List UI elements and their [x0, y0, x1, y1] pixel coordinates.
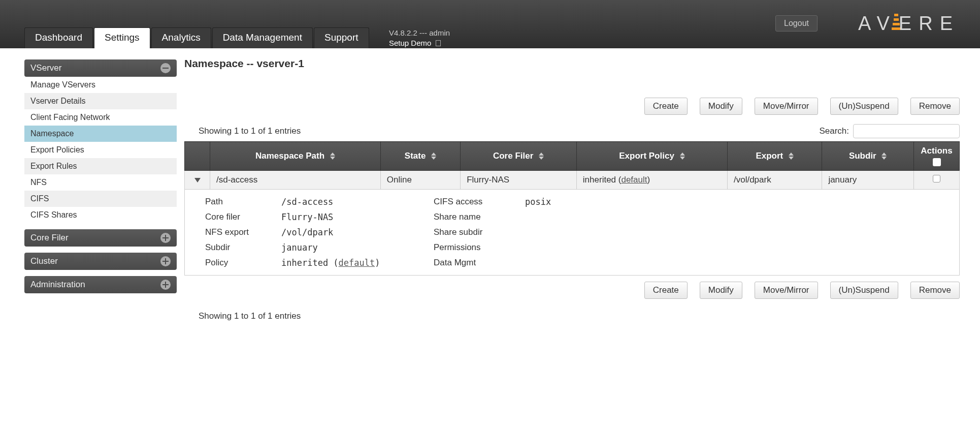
move-mirror-button[interactable]: Move/Mirror: [755, 98, 818, 115]
move-mirror-button[interactable]: Move/Mirror: [755, 282, 818, 299]
col-export[interactable]: Export: [727, 142, 822, 171]
entries-count-top: Showing 1 to 1 of 1 entries: [199, 126, 301, 136]
cell-subdir: january: [822, 171, 914, 190]
export-policy-link[interactable]: default: [621, 175, 647, 185]
col-state[interactable]: State: [380, 142, 460, 171]
detail-label: Policy: [205, 258, 281, 268]
remove-button[interactable]: Remove: [910, 282, 960, 299]
action-bar-top: Create Modify Move/Mirror (Un)Suspend Re…: [184, 98, 960, 115]
plus-icon: [160, 280, 171, 290]
detail-value-nfs-export: /vol/dpark: [281, 227, 434, 237]
cluster-name[interactable]: Setup Demo: [389, 39, 431, 47]
sidebar-item-vserver-details[interactable]: Vserver Details: [24, 93, 177, 109]
sidebar-item-export-policies[interactable]: Export Policies: [24, 142, 177, 158]
sidebar-group-vserver[interactable]: VServer: [24, 59, 177, 77]
version-info: V4.8.2.2 --- admin Setup Demo: [389, 28, 450, 48]
brand-logo: AVERE: [858, 13, 960, 35]
settings-sidebar: VServer Manage VServers Vserver Details …: [24, 59, 177, 321]
plus-icon: [160, 233, 171, 243]
suspend-button[interactable]: (Un)Suspend: [830, 282, 898, 299]
page-title: Namespace -- vserver-1: [184, 57, 960, 70]
detail-label: Core filer: [205, 212, 281, 222]
detail-value-share-name: [525, 212, 627, 222]
sidebar-item-namespace[interactable]: Namespace: [24, 126, 177, 142]
policy-link[interactable]: default: [339, 258, 375, 268]
detail-label: NFS export: [205, 227, 281, 237]
col-actions[interactable]: Actions: [914, 142, 960, 171]
document-icon[interactable]: [436, 40, 441, 46]
sidebar-item-export-rules[interactable]: Export Rules: [24, 158, 177, 174]
tab-support[interactable]: Support: [314, 27, 369, 48]
sort-icon: [789, 152, 794, 160]
cell-core-filer: Flurry-NAS: [461, 171, 577, 190]
sort-icon: [680, 152, 685, 160]
logout-button[interactable]: Logout: [775, 15, 818, 32]
col-subdir[interactable]: Subdir: [822, 142, 914, 171]
tab-analytics[interactable]: Analytics: [151, 27, 211, 48]
cell-state: Online: [380, 171, 460, 190]
detail-label: Path: [205, 197, 281, 207]
detail-value-policy: inherited (default): [281, 258, 434, 268]
sidebar-group-label: Core Filer: [30, 233, 69, 243]
minus-icon: [160, 63, 171, 73]
main-panel: Namespace -- vserver-1 Create Modify Mov…: [184, 48, 960, 321]
entries-count-bottom: Showing 1 to 1 of 1 entries: [199, 311, 960, 321]
sidebar-group-core-filer[interactable]: Core Filer: [24, 229, 177, 247]
detail-label: CIFS access: [434, 197, 525, 207]
version-text: V4.8.2.2 --- admin: [389, 28, 450, 38]
search-label: Search:: [819, 126, 849, 136]
create-button[interactable]: Create: [644, 282, 688, 299]
action-bar-bottom: Create Modify Move/Mirror (Un)Suspend Re…: [184, 282, 960, 299]
cell-export: /vol/dpark: [727, 171, 822, 190]
detail-label: Subdir: [205, 242, 281, 253]
detail-value-permissions: [525, 242, 627, 253]
plus-icon: [160, 256, 171, 266]
col-core-filer[interactable]: Core Filer: [461, 142, 577, 171]
sidebar-group-cluster[interactable]: Cluster: [24, 253, 177, 270]
table-detail-row: Path /sd-access CIFS access posix Core f…: [185, 190, 960, 276]
sidebar-group-label: Administration: [30, 280, 85, 290]
cell-path: /sd-access: [210, 171, 381, 190]
detail-value-data-mgmt: [525, 258, 627, 268]
col-export-policy[interactable]: Export Policy: [576, 142, 727, 171]
suspend-button[interactable]: (Un)Suspend: [830, 98, 898, 115]
main-nav-tabs: Dashboard Settings Analytics Data Manage…: [24, 27, 370, 48]
remove-button[interactable]: Remove: [910, 98, 960, 115]
row-checkbox[interactable]: [933, 175, 940, 182]
sidebar-item-cifs-shares[interactable]: CIFS Shares: [24, 207, 177, 223]
detail-label: Share subdir: [434, 227, 525, 237]
sort-icon: [881, 152, 887, 160]
detail-label: Data Mgmt: [434, 258, 525, 268]
tab-dashboard[interactable]: Dashboard: [24, 27, 93, 48]
col-namespace-path[interactable]: Namespace Path: [210, 142, 381, 171]
detail-value-subdir: january: [281, 242, 434, 253]
sort-icon: [539, 152, 544, 160]
sort-icon: [330, 152, 335, 160]
select-all-checkbox[interactable]: [933, 158, 941, 166]
detail-value-cifs-access: posix: [525, 197, 627, 207]
tab-settings[interactable]: Settings: [94, 27, 150, 48]
detail-label: Share name: [434, 212, 525, 222]
create-button[interactable]: Create: [644, 98, 688, 115]
sidebar-item-nfs[interactable]: NFS: [24, 174, 177, 191]
search-input[interactable]: [853, 124, 960, 138]
expand-triangle-icon[interactable]: [194, 178, 201, 182]
modify-button[interactable]: Modify: [700, 98, 742, 115]
detail-value-core-filer: Flurry-NAS: [281, 212, 434, 222]
sidebar-item-cifs[interactable]: CIFS: [24, 191, 177, 207]
sort-icon: [431, 152, 436, 160]
top-bar: Logout AVERE V4.8.2.2 --- admin Setup De…: [0, 0, 980, 48]
cell-export-policy: inherited (default): [576, 171, 727, 190]
table-header-row: Namespace Path State Core Filer Export P…: [185, 142, 960, 171]
detail-value-share-subdir: [525, 227, 627, 237]
modify-button[interactable]: Modify: [700, 282, 742, 299]
table-row[interactable]: /sd-access Online Flurry-NAS inherited (…: [185, 171, 960, 190]
sidebar-group-administration[interactable]: Administration: [24, 276, 177, 293]
sidebar-item-client-facing-network[interactable]: Client Facing Network: [24, 109, 177, 126]
sidebar-group-label: VServer: [30, 63, 61, 73]
detail-value-path: /sd-access: [281, 197, 434, 207]
namespace-table: Namespace Path State Core Filer Export P…: [184, 141, 960, 276]
sidebar-item-manage-vservers[interactable]: Manage VServers: [24, 77, 177, 93]
tab-data-management[interactable]: Data Management: [212, 27, 313, 48]
sidebar-group-label: Cluster: [30, 256, 58, 266]
